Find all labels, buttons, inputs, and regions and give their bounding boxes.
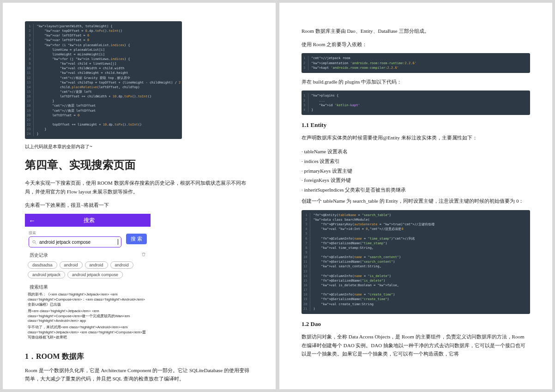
- code-line-numbers: 1 2 3 4 5 6 7 8 9 10 11 12 13 14 15 16 1…: [303, 213, 310, 311]
- result-row[interactable]: 我的新书：《<em class='highlight'>Jetpack</em>…: [28, 291, 148, 308]
- search-button[interactable]: 搜 索: [126, 234, 147, 244]
- history-label-row: 历史记录: [25, 250, 151, 259]
- history-chip[interactable]: android: [85, 261, 108, 269]
- history-label: 历史记录: [30, 252, 48, 259]
- app-screenshot: ← 搜索 搜索 android jetpack compose 搜 索 历史记录…: [25, 214, 151, 343]
- bullet-item: · indices 设置索引: [302, 157, 530, 166]
- right-p1: Room 数据库主要由 Dao、Entity、DataBase 三部分组成。: [302, 27, 530, 36]
- intro-paragraph-1: 今天来实现一下搜索页面，使用 ROOM 数据库保存搜索的历史记录，根据不同加载状…: [25, 179, 253, 196]
- svg-point-0: [33, 241, 36, 243]
- results-label-row: 搜索结果: [25, 282, 151, 291]
- section-1-paragraph: Room 是一个数据持久化库，它是 Architecture Component…: [25, 366, 253, 383]
- bullet-item: · foreignKeys 设置外键: [302, 175, 530, 185]
- svg-line-1: [35, 243, 36, 244]
- section-1-2-title: 1.2 Dao: [302, 320, 530, 328]
- search-results: 我的新书：《<em class='highlight'>Jetpack</em>…: [25, 291, 151, 343]
- history-chip[interactable]: android: [60, 261, 83, 269]
- search-input[interactable]: android jetpack compose: [29, 236, 121, 247]
- section-1-1-title: 1.1 Entity: [302, 121, 530, 129]
- intro-paragraph-2: 先来看一下效果图，很丑~将就看一下: [25, 201, 253, 210]
- code-body: "kw">plugins { ... "kw">id 'kotlin-kapt'…: [311, 93, 526, 112]
- text-cursor: [118, 239, 118, 245]
- code-line-numbers: 1 2 3: [303, 56, 308, 70]
- code-block-deps: 1 2 3 "cmt">//jetpack room "kw">implemen…: [302, 53, 530, 72]
- appbar-title: 搜索: [39, 217, 139, 224]
- section-1-title: 1．ROOM 数据库: [25, 352, 253, 362]
- code-block-entity: 1 2 3 4 5 6 7 8 9 10 11 12 13 14 15 16 1…: [302, 210, 530, 314]
- code-body: "fn">@Entity(tableName = "search_table")…: [313, 213, 526, 311]
- code-line-numbers: 1 2 3 4 5 6 7 8 9 10 11 12 13 14 15 16 1…: [27, 24, 34, 136]
- right-p6: 数据访问对象，全称 Data Access Objects，是 Room 的主要…: [302, 332, 530, 358]
- search-row: 搜索 android jetpack compose 搜 索: [25, 227, 151, 250]
- right-p5: 创建一个 tableName 为 search_table 的 Entity，同…: [302, 197, 530, 205]
- right-p2: 使用 Room 之前要导入依赖：: [302, 40, 530, 49]
- page-right: Room 数据库主要由 Dao、Entity、DataBase 三部分组成。 使…: [279, 3, 552, 389]
- code-line-numbers: 1 2 3 4: [303, 93, 308, 112]
- app-bar: ← 搜索: [25, 214, 151, 227]
- history-chips: dasdsadsaandroidandroidandroidandroid je…: [25, 259, 151, 282]
- history-chip[interactable]: android jetpack: [28, 271, 65, 278]
- result-row[interactable]: 用<em class='highlight'>Jetpack</em> <em …: [28, 308, 148, 324]
- result-row[interactable]: 学不动了，来试试用<em class='highlight'>Android</…: [28, 324, 148, 340]
- right-p3: 并在 build.gradle 的 plugins 中添加以下代码：: [302, 78, 530, 86]
- history-chip[interactable]: android jetpack compose: [67, 271, 123, 278]
- code-block-plugins: 1 2 3 4 "kw">plugins { ... "kw">id 'kotl…: [302, 90, 530, 115]
- delete-icon[interactable]: [141, 252, 146, 257]
- search-input-value: android jetpack compose: [39, 240, 117, 245]
- bullet-item: · tableName 设置表名: [302, 147, 530, 157]
- history-chip[interactable]: android: [110, 261, 133, 269]
- bullet-item: · inheritSuperIndices 父类索引是否被当前类继承: [302, 185, 530, 195]
- code-body: "kw">layout(parentWidth, totalHeight) { …: [36, 24, 181, 136]
- chapter-title: 第四章、实现搜索页面: [25, 157, 253, 172]
- entity-bullets: · tableName 设置表名· indices 设置索引· primaryK…: [302, 147, 530, 195]
- right-p4: 在声明数据库实体类的时候需要使用@Entity 来标注改实体类，主要属性如下：: [302, 133, 530, 142]
- search-icon: [32, 240, 37, 245]
- search-hint: 搜索: [29, 230, 121, 235]
- back-arrow-icon[interactable]: ←: [29, 217, 36, 224]
- page-left: 1 2 3 4 5 6 7 8 9 10 11 12 13 14 15 16 1…: [3, 3, 276, 389]
- bullet-item: · primaryKeys 设置主键: [302, 166, 530, 176]
- code-body: "cmt">//jetpack room "kw">implementation…: [311, 56, 526, 70]
- history-chip[interactable]: dasdsadsa: [28, 261, 57, 269]
- code-block-layout: 1 2 3 4 5 6 7 8 9 10 11 12 13 14 15 16 1…: [25, 21, 182, 139]
- results-label: 搜索结果: [30, 284, 48, 290]
- note-text: 以上代码就是本章的全部内容了~: [25, 144, 253, 150]
